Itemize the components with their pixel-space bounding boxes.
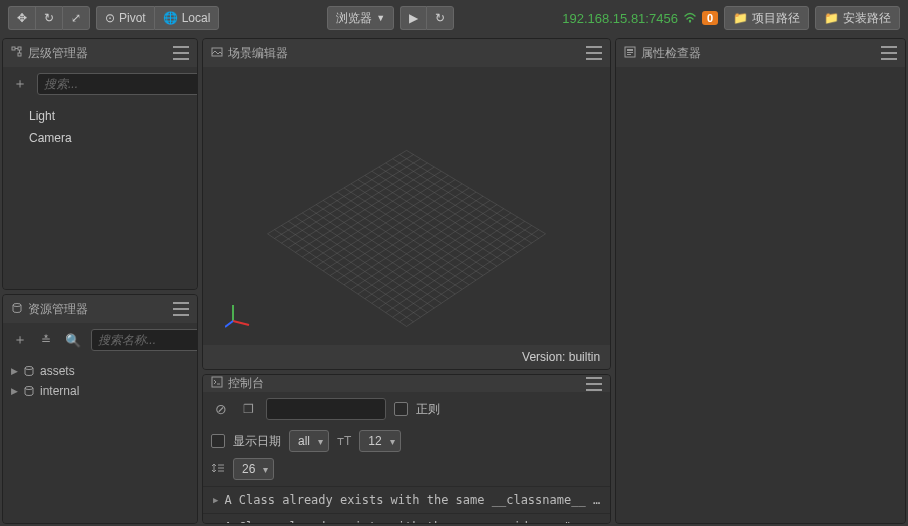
- inspector-title: 属性检查器: [641, 45, 701, 62]
- scale-tool-button[interactable]: ⤢: [62, 6, 90, 30]
- svg-line-44: [393, 225, 532, 317]
- svg-line-43: [288, 221, 427, 312]
- scene-panel: 场景编辑器: [202, 38, 611, 370]
- browser-select[interactable]: 浏览器 ▼: [327, 6, 394, 30]
- line-height-select[interactable]: 26: [233, 458, 274, 480]
- expand-icon[interactable]: ▶: [213, 495, 218, 505]
- database-icon: [23, 365, 35, 377]
- chevron-down-icon: ▼: [376, 13, 385, 23]
- hierarchy-item[interactable]: Camera: [9, 127, 191, 149]
- hierarchy-item[interactable]: Light: [9, 105, 191, 127]
- sort-button[interactable]: ≛: [37, 331, 55, 349]
- inspector-body: [616, 67, 905, 523]
- log-text: A Class already exists with the same __c…: [224, 520, 600, 524]
- hierarchy-menu-button[interactable]: [173, 46, 189, 60]
- play-button[interactable]: ▶: [400, 6, 426, 30]
- log-level-select[interactable]: all: [289, 430, 329, 452]
- hierarchy-title: 层级管理器: [28, 45, 88, 62]
- project-path-button[interactable]: 📁 项目路径: [724, 6, 809, 30]
- main-toolbar: ✥ ↻ ⤢ ⊙ Pivot 🌐 Local 浏览器 ▼ ▶ ↻ 192.168.…: [0, 0, 908, 36]
- move-icon: ✥: [17, 11, 27, 25]
- svg-point-6: [25, 387, 33, 390]
- pivot-icon: ⊙: [105, 11, 115, 25]
- scene-viewport[interactable]: [203, 67, 610, 345]
- search-mode-button[interactable]: 🔍: [61, 331, 85, 350]
- project-path-label: 项目路径: [752, 10, 800, 27]
- hierarchy-search-input[interactable]: [37, 73, 198, 95]
- clear-log-button[interactable]: ⊘: [211, 399, 231, 419]
- svg-line-45: [281, 225, 420, 317]
- database-icon: [23, 385, 35, 397]
- assets-item[interactable]: ▶ internal: [9, 381, 191, 401]
- assets-item-label: assets: [40, 364, 75, 378]
- expand-icon[interactable]: ▶: [11, 386, 18, 396]
- inspector-menu-button[interactable]: [881, 46, 897, 60]
- transform-tool-group: ✥ ↻ ⤢: [8, 6, 90, 30]
- add-asset-button[interactable]: ＋: [9, 329, 31, 351]
- console-menu-button[interactable]: [586, 377, 602, 391]
- assets-search-input[interactable]: [91, 329, 198, 351]
- play-group: ▶ ↻: [400, 6, 454, 30]
- show-date-checkbox[interactable]: [211, 434, 225, 448]
- scene-title: 场景编辑器: [228, 45, 288, 62]
- svg-rect-55: [627, 49, 633, 51]
- add-node-button[interactable]: ＋: [9, 73, 31, 95]
- svg-rect-57: [627, 54, 631, 55]
- assets-menu-button[interactable]: [173, 302, 189, 316]
- pivot-button[interactable]: ⊙ Pivot: [96, 6, 154, 30]
- regex-checkbox[interactable]: [394, 402, 408, 416]
- expand-icon[interactable]: ▶: [11, 366, 18, 376]
- svg-rect-53: [212, 377, 222, 387]
- svg-line-48: [407, 234, 546, 327]
- font-size-select[interactable]: 12: [359, 430, 400, 452]
- rotate-tool-button[interactable]: ↻: [35, 6, 62, 30]
- local-label: Local: [182, 11, 211, 25]
- folder-icon: 📁: [824, 11, 839, 25]
- assets-item[interactable]: ▶ assets: [9, 361, 191, 381]
- globe-icon: 🌐: [163, 11, 178, 25]
- local-button[interactable]: 🌐 Local: [154, 6, 220, 30]
- log-text: A Class already exists with the same __c…: [224, 493, 600, 507]
- svg-line-46: [400, 230, 539, 322]
- expand-icon[interactable]: ▶: [213, 522, 218, 524]
- version-label: Version: builtin: [522, 350, 600, 364]
- svg-line-51: [233, 321, 249, 325]
- scene-icon: [211, 46, 223, 61]
- play-icon: ▶: [409, 11, 418, 25]
- copy-log-button[interactable]: ❐: [239, 400, 258, 418]
- scale-icon: ⤢: [71, 11, 81, 25]
- reload-button[interactable]: ↻: [426, 6, 454, 30]
- install-path-label: 安装路径: [843, 10, 891, 27]
- svg-rect-2: [18, 47, 21, 50]
- browser-label: 浏览器: [336, 10, 372, 27]
- svg-rect-3: [18, 53, 21, 56]
- move-tool-button[interactable]: ✥: [8, 6, 35, 30]
- hierarchy-panel: 层级管理器 ＋ ⤡ ↻ Light Camera: [2, 38, 198, 290]
- console-icon: [211, 376, 223, 391]
- svg-point-5: [25, 367, 33, 370]
- console-title: 控制台: [228, 375, 264, 392]
- scene-status-bar: Version: builtin: [203, 345, 610, 369]
- pivot-label: Pivot: [119, 11, 146, 25]
- fontsize-icon: ᴛT: [337, 434, 351, 448]
- ip-status: 192.168.15.81:7456 0: [562, 11, 718, 26]
- axis-gizmo: [225, 301, 253, 329]
- inspector-icon: [624, 46, 636, 61]
- coord-tool-group: ⊙ Pivot 🌐 Local: [96, 6, 219, 30]
- svg-point-0: [689, 19, 691, 21]
- log-entry[interactable]: ▶ A Class already exists with the same _…: [203, 513, 610, 524]
- console-filter-input[interactable]: [266, 398, 386, 420]
- database-icon: [11, 302, 23, 317]
- assets-title: 资源管理器: [28, 301, 88, 318]
- assets-panel: 资源管理器 ＋ ≛ 🔍 ⤢ ▶ assets ▶: [2, 294, 198, 524]
- svg-line-49: [268, 234, 407, 327]
- hierarchy-tree: Light Camera: [3, 101, 197, 289]
- wifi-icon: [683, 11, 697, 26]
- install-path-button[interactable]: 📁 安装路径: [815, 6, 900, 30]
- show-date-label: 显示日期: [233, 433, 281, 450]
- console-panel: 控制台 ⊘ ❐ 正则 显示日期 all ᴛT 12: [202, 374, 611, 524]
- main-area: 层级管理器 ＋ ⤡ ↻ Light Camera 资: [0, 36, 908, 526]
- assets-item-label: internal: [40, 384, 79, 398]
- log-entry[interactable]: ▶ A Class already exists with the same _…: [203, 486, 610, 513]
- scene-menu-button[interactable]: [586, 46, 602, 60]
